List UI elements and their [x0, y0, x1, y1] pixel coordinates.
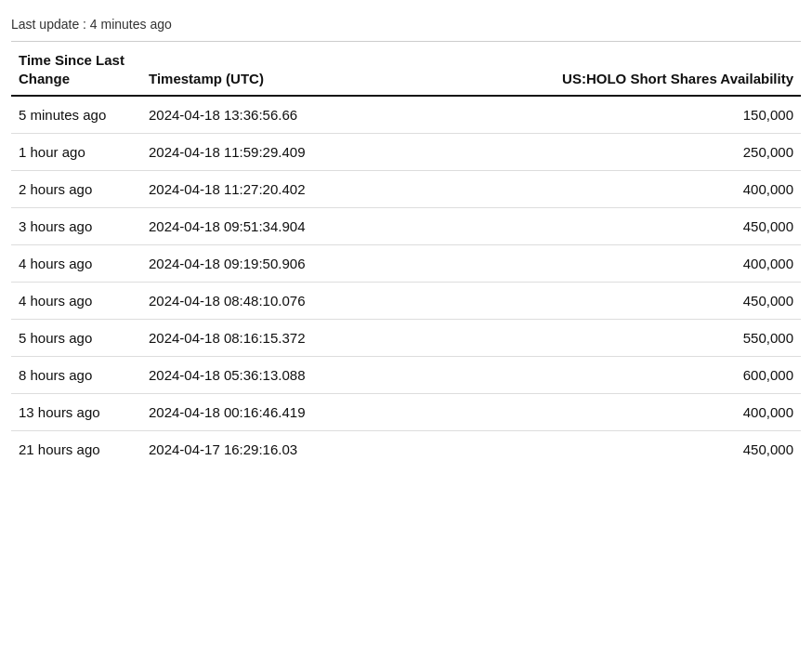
cell-timestamp: 2024-04-18 09:19:50.906: [141, 245, 373, 283]
cell-time-since: 21 hours ago: [11, 431, 141, 468]
table-row: 2 hours ago2024-04-18 11:27:20.402400,00…: [11, 171, 801, 208]
cell-availability: 400,000: [373, 245, 801, 283]
cell-timestamp: 2024-04-18 11:27:20.402: [141, 171, 373, 208]
header-availability: US:HOLO Short Shares Availability: [373, 42, 801, 96]
short-shares-table: Time Since Last Change Timestamp (UTC) U…: [11, 42, 801, 467]
cell-time-since: 4 hours ago: [11, 283, 141, 320]
cell-time-since: 4 hours ago: [11, 245, 141, 283]
table-row: 4 hours ago2024-04-18 09:19:50.906400,00…: [11, 245, 801, 283]
cell-time-since: 3 hours ago: [11, 208, 141, 245]
cell-timestamp: 2024-04-18 00:16:46.419: [141, 394, 373, 431]
cell-time-since: 5 minutes ago: [11, 96, 141, 134]
cell-availability: 250,000: [373, 134, 801, 171]
cell-timestamp: 2024-04-18 08:16:15.372: [141, 320, 373, 357]
cell-availability: 450,000: [373, 208, 801, 245]
table-row: 8 hours ago2024-04-18 05:36:13.088600,00…: [11, 357, 801, 394]
table-row: 3 hours ago2024-04-18 09:51:34.904450,00…: [11, 208, 801, 245]
table-row: 5 hours ago2024-04-18 08:16:15.372550,00…: [11, 320, 801, 357]
cell-timestamp: 2024-04-18 13:36:56.66: [141, 96, 373, 134]
cell-timestamp: 2024-04-18 05:36:13.088: [141, 357, 373, 394]
cell-time-since: 13 hours ago: [11, 394, 141, 431]
cell-availability: 450,000: [373, 431, 801, 468]
table-row: 1 hour ago2024-04-18 11:59:29.409250,000: [11, 134, 801, 171]
table-row: 5 minutes ago2024-04-18 13:36:56.66150,0…: [11, 96, 801, 134]
table-row: 21 hours ago2024-04-17 16:29:16.03450,00…: [11, 431, 801, 468]
cell-availability: 150,000: [373, 96, 801, 134]
cell-availability: 550,000: [373, 320, 801, 357]
cell-time-since: 1 hour ago: [11, 134, 141, 171]
table-row: 13 hours ago2024-04-18 00:16:46.419400,0…: [11, 394, 801, 431]
cell-timestamp: 2024-04-17 16:29:16.03: [141, 431, 373, 468]
last-update-label: Last update : 4 minutes ago: [11, 9, 801, 42]
cell-availability: 400,000: [373, 394, 801, 431]
table-header-row: Time Since Last Change Timestamp (UTC) U…: [11, 42, 801, 96]
cell-timestamp: 2024-04-18 09:51:34.904: [141, 208, 373, 245]
cell-availability: 600,000: [373, 357, 801, 394]
cell-timestamp: 2024-04-18 08:48:10.076: [141, 283, 373, 320]
cell-availability: 450,000: [373, 283, 801, 320]
cell-time-since: 2 hours ago: [11, 171, 141, 208]
header-time-since: Time Since Last Change: [11, 42, 141, 96]
cell-availability: 400,000: [373, 171, 801, 208]
table-row: 4 hours ago2024-04-18 08:48:10.076450,00…: [11, 283, 801, 320]
cell-timestamp: 2024-04-18 11:59:29.409: [141, 134, 373, 171]
cell-time-since: 5 hours ago: [11, 320, 141, 357]
cell-time-since: 8 hours ago: [11, 357, 141, 394]
header-timestamp: Timestamp (UTC): [141, 42, 373, 96]
